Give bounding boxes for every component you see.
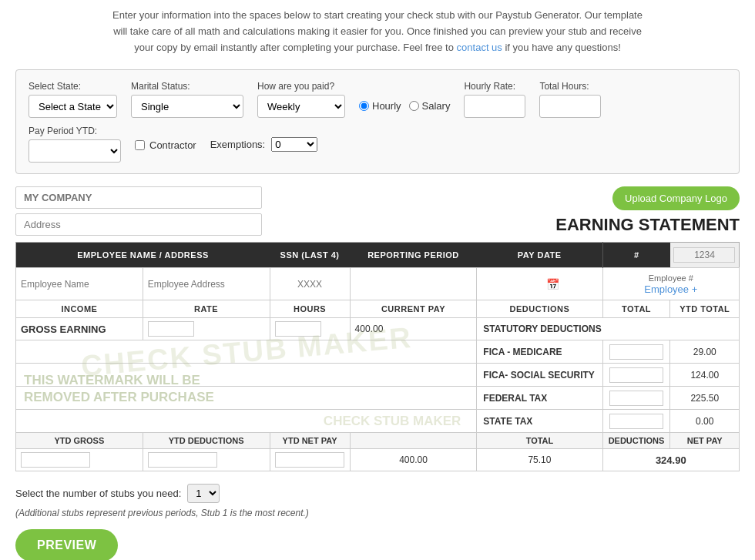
reporting-period-cell: 09/22/2023 – 09/28/2023 [350, 268, 477, 300]
exemptions-label: Exemptions: [210, 139, 266, 150]
state-tax-row: CHECK STUB MAKER STATE TAX 0.00 0.00 [16, 410, 740, 433]
fica-ss-ytd-cell: 124.00 [670, 364, 740, 387]
salary-radio[interactable] [409, 101, 419, 111]
deductions-col-header: DEDUCTIONS [477, 300, 602, 318]
net-pay-value-cell: 324.90 [602, 449, 739, 471]
how-paid-dropdown[interactable]: WeeklyBi-WeeklySemi-MonthlyMonthly [257, 95, 345, 118]
emp-num-input[interactable] [673, 247, 735, 263]
federal-tax-total-input[interactable]: 44.50 [609, 391, 663, 406]
company-address-input[interactable] [15, 213, 262, 236]
select-state-dropdown[interactable]: Select a State AlabamaAlaskaArizona [29, 95, 117, 118]
fica-ss-spacer [16, 364, 477, 387]
hourly-rate-group: Hourly Rate: 10 [464, 81, 525, 118]
income-deductions-header-row: INCOME RATE HOURS CURRENT PAY DEDUCTIONS… [16, 300, 740, 318]
employee-name-input[interactable] [21, 279, 138, 290]
how-paid-group: How are you paid? WeeklyBi-WeeklySemi-Mo… [257, 81, 345, 118]
watermark-right: CHECK STUB MAKER [324, 414, 461, 429]
hourly-radio[interactable] [359, 101, 369, 111]
employee-address-input[interactable] [148, 279, 265, 290]
employee-name-address-header: EMPLOYEE NAME / ADDRESS [16, 243, 270, 268]
state-tax-label: STATE TAX [477, 410, 602, 433]
hourly-rate-label: Hourly Rate: [464, 81, 525, 92]
ssn-header: SSN (LAST 4) [270, 243, 350, 268]
totals-header-row: YTD GROSS YTD DEDUCTIONS YTD NET PAY TOT… [16, 433, 740, 449]
net-pay-label-cell: NET PAY [670, 433, 740, 449]
pay-date-header: PAY DATE [477, 243, 602, 268]
intro-section: Enter your information into the spaces b… [31, 8, 724, 55]
stubs-count-dropdown[interactable]: 12345 [187, 484, 220, 503]
fica-ss-total-input[interactable]: 24.80 [609, 367, 663, 383]
state-tax-ytd-cell: 0.00 [670, 410, 740, 433]
ssn-cell [270, 268, 350, 300]
gross-hours-input[interactable]: 40 [275, 321, 321, 337]
ytd-deductions-value-cell: 375.50 [143, 449, 270, 471]
pay-date-input[interactable]: 09/29/2023 [482, 279, 543, 290]
total-right-header [350, 433, 477, 449]
earning-title: EARNING STATEMENT [555, 215, 740, 235]
rate-col-header: RATE [143, 300, 270, 318]
right-header: Upload Company Logo EARNING STATEMENT [555, 186, 740, 235]
federal-tax-row: THIS WATERMARK WILL BEREMOVED AFTER PURC… [16, 387, 740, 410]
fica-medicare-label: FICA - MEDICARE [477, 340, 602, 364]
emp-label-cell: Employee # Employee + [602, 268, 739, 300]
totals-values-row: 2000.00 375.50 1624.50 400.00 75.10 [16, 449, 740, 471]
ytd-gross-input[interactable]: 2000.00 [21, 452, 90, 468]
fica-medicare-ytd-cell: 29.00 [670, 340, 740, 364]
preview-button[interactable]: PREVIEW [15, 529, 118, 560]
ytd-net-pay-input[interactable]: 1624.50 [275, 452, 344, 468]
hourly-rate-input[interactable]: 10 [464, 95, 525, 118]
hours-col-header: HOURS [270, 300, 350, 318]
stub-table: EMPLOYEE NAME / ADDRESS SSN (LAST 4) REP… [15, 242, 740, 471]
intro-text-1: Enter your information into the spaces b… [112, 9, 643, 21]
deductions-label-cell: DEDUCTIONS [602, 433, 670, 449]
company-inputs [15, 186, 262, 236]
pay-period-ytd-dropdown[interactable] [29, 139, 121, 163]
intro-text-2: will take care of all math and calculati… [113, 25, 642, 37]
total-value-cell: 400.00 [350, 449, 477, 471]
upload-logo-button[interactable]: Upload Company Logo [612, 186, 740, 210]
ytd-total-col-header: YTD TOTAL [670, 300, 740, 318]
ssn-input[interactable] [287, 279, 333, 290]
employee-address-cell [143, 268, 270, 300]
stubs-label: Select the number of stubs you need: [15, 488, 181, 499]
hourly-radio-label[interactable]: Hourly [359, 100, 401, 112]
stubs-controls: Select the number of stubs you need: 123… [15, 484, 740, 503]
employee-add-button[interactable]: Employee + [644, 283, 697, 295]
contractor-checkbox[interactable] [135, 140, 145, 150]
marital-status-dropdown[interactable]: SingleMarriedHead of Household [131, 95, 243, 118]
salary-radio-label[interactable]: Salary [409, 100, 451, 112]
federal-tax-label: FEDERAL TAX [477, 387, 602, 410]
fica-ss-total-cell: 24.80 [602, 364, 670, 387]
fica-ss-row: FICA- SOCIAL SECURITY 24.80 124.00 [16, 364, 740, 387]
gross-hours-cell: 40 [270, 318, 350, 340]
contractor-label[interactable]: Contractor [135, 139, 196, 151]
table-header-row: EMPLOYEE NAME / ADDRESS SSN (LAST 4) REP… [16, 243, 740, 268]
fica-medicare-total-input[interactable]: 5.80 [609, 344, 663, 360]
total-hours-input[interactable]: 40 [539, 95, 601, 118]
income-col-header: INCOME [16, 300, 143, 318]
fica-medicare-spacer: CHECK STUB MAKER [16, 340, 477, 364]
state-tax-total-input[interactable]: 0.00 [609, 414, 663, 429]
contact-link[interactable]: contact us [457, 42, 502, 53]
stub-section: Upload Company Logo EARNING STATEMENT EM… [15, 186, 740, 560]
intro-text-4: if you have any questions! [505, 42, 620, 53]
pay-period-ytd-group: Pay Period YTD: [29, 126, 121, 163]
ytd-deductions-input[interactable]: 375.50 [148, 452, 217, 468]
emp-num-header [670, 243, 740, 268]
calendar-icon[interactable]: 📅 [546, 278, 559, 290]
total-hours-label: Total Hours: [539, 81, 601, 92]
gross-rate-input[interactable]: 10 [148, 321, 194, 337]
company-name-input[interactable] [15, 186, 262, 209]
exemptions-dropdown[interactable]: 0123 [271, 137, 317, 152]
ytd-gross-value-cell: 2000.00 [16, 449, 143, 471]
select-state-group: Select State: Select a State AlabamaAlas… [29, 81, 117, 118]
gross-label-cell: GROSS EARNING [16, 318, 143, 340]
reporting-period-input[interactable]: 09/22/2023 – 09/28/2023 [355, 279, 471, 290]
employee-hash-label: Employee # [649, 273, 693, 283]
fica-medicare-row: CHECK STUB MAKER FICA - MEDICARE 5.80 29… [16, 340, 740, 364]
ytd-net-pay-value-cell: 1624.50 [270, 449, 350, 471]
marital-status-group: Marital Status: SingleMarriedHead of Hou… [131, 81, 243, 118]
select-state-label: Select State: [29, 81, 117, 92]
pay-date-cell: 09/29/2023 📅 [477, 268, 602, 300]
fica-ss-label: FICA- SOCIAL SECURITY [477, 364, 602, 387]
